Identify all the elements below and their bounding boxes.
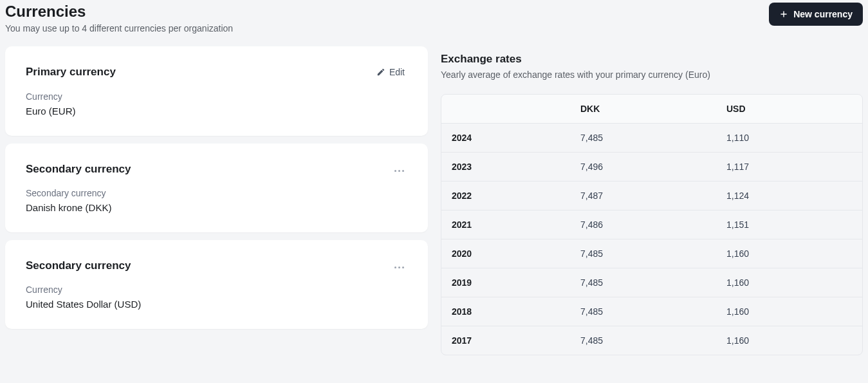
- dkk-cell: 7,485: [570, 326, 716, 355]
- table-row: 2024 7,485 1,110: [441, 124, 862, 153]
- kebab-icon: [393, 164, 405, 174]
- dkk-cell: 7,496: [570, 153, 716, 182]
- table-row: 2023 7,496 1,117: [441, 153, 862, 182]
- year-cell: 2024: [441, 124, 570, 153]
- table-row: 2018 7,485 1,160: [441, 297, 862, 326]
- plus-icon: [779, 10, 788, 19]
- usd-cell: 1,160: [716, 297, 862, 326]
- primary-currency-title: Primary currency: [26, 66, 116, 79]
- year-cell: 2018: [441, 297, 570, 326]
- table-row: 2017 7,485 1,160: [441, 326, 862, 355]
- year-cell: 2017: [441, 326, 570, 355]
- table-row: 2020 7,485 1,160: [441, 239, 862, 268]
- usd-cell: 1,117: [716, 153, 862, 182]
- table-header-year: [441, 95, 570, 124]
- primary-field-label: Currency: [26, 91, 407, 102]
- page-title: Currencies: [5, 3, 233, 21]
- dkk-cell: 7,487: [570, 182, 716, 210]
- edit-primary-button[interactable]: Edit: [374, 64, 407, 80]
- secondary-field-label: Currency: [26, 285, 407, 295]
- new-currency-button[interactable]: New currency: [769, 3, 863, 26]
- exchange-rates-title: Exchange rates: [441, 46, 863, 66]
- table-row: 2021 7,486 1,151: [441, 210, 862, 239]
- dkk-cell: 7,485: [570, 297, 716, 326]
- year-cell: 2021: [441, 210, 570, 239]
- secondary-currency-card: Secondary currency Currency United State…: [5, 240, 428, 329]
- usd-cell: 1,110: [716, 124, 862, 153]
- year-cell: 2019: [441, 268, 570, 297]
- pencil-icon: [376, 68, 385, 77]
- dkk-cell: 7,485: [570, 239, 716, 268]
- dkk-cell: 7,485: [570, 268, 716, 297]
- edit-label: Edit: [389, 67, 405, 77]
- primary-currency-card: Primary currency Edit Currency Euro (EUR…: [5, 46, 428, 136]
- usd-cell: 1,160: [716, 326, 862, 355]
- table-header-usd: USD: [716, 95, 862, 124]
- year-cell: 2020: [441, 239, 570, 268]
- secondary-currency-title: Secondary currency: [26, 163, 131, 176]
- table-row: 2022 7,487 1,124: [441, 182, 862, 210]
- usd-cell: 1,151: [716, 210, 862, 239]
- secondary-menu-button[interactable]: [391, 162, 407, 176]
- dkk-cell: 7,485: [570, 124, 716, 153]
- secondary-menu-button[interactable]: [391, 258, 407, 273]
- new-currency-label: New currency: [793, 9, 853, 19]
- exchange-rates-table: DKK USD 2024 7,485 1,110 2023 7,496 1,11…: [441, 94, 863, 355]
- table-row: 2019 7,485 1,160: [441, 268, 862, 297]
- dkk-cell: 7,486: [570, 210, 716, 239]
- secondary-field-value: United States Dollar (USD): [26, 299, 407, 310]
- year-cell: 2023: [441, 153, 570, 182]
- secondary-currency-title: Secondary currency: [26, 259, 131, 272]
- usd-cell: 1,124: [716, 182, 862, 210]
- table-header-dkk: DKK: [570, 95, 716, 124]
- page-subtitle: You may use up to 4 different currencies…: [5, 23, 233, 33]
- year-cell: 2022: [441, 182, 570, 210]
- exchange-rates-subtitle: Yearly average of exchange rates with yo…: [441, 70, 863, 80]
- secondary-field-value: Danish krone (DKK): [26, 202, 407, 213]
- secondary-field-label: Secondary currency: [26, 188, 407, 198]
- usd-cell: 1,160: [716, 268, 862, 297]
- primary-field-value: Euro (EUR): [26, 106, 407, 117]
- kebab-icon: [393, 261, 405, 270]
- secondary-currency-card: Secondary currency Secondary currency Da…: [5, 144, 428, 232]
- usd-cell: 1,160: [716, 239, 862, 268]
